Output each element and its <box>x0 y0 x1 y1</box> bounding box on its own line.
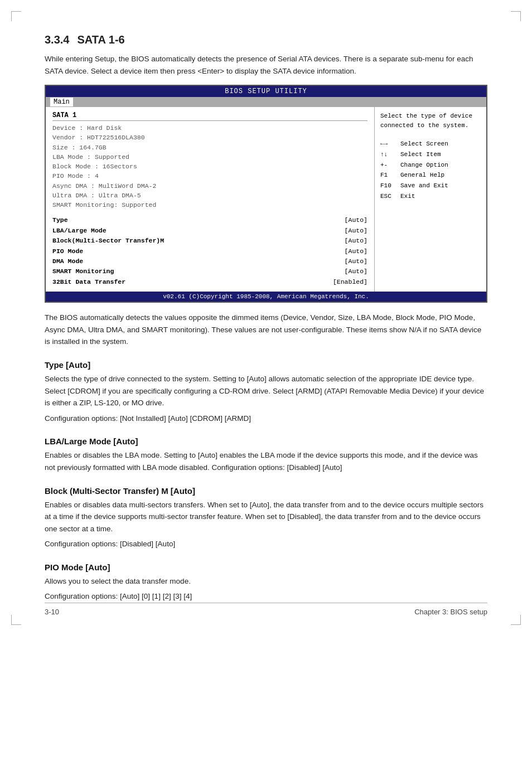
bios-info-line: SMART Monitoring: Supported <box>52 200 367 210</box>
bios-option-value: [Auto] <box>345 226 367 236</box>
bios-content: SATA 1 Device : Hard DiskVendor : HDT722… <box>46 107 486 292</box>
bios-option-label: Type <box>52 215 68 225</box>
bios-key-desc: Exit <box>400 191 415 202</box>
bios-option-value: [Auto] <box>345 236 367 246</box>
bios-info-line: Async DMA : MultiWord DMA-2 <box>52 181 367 191</box>
bios-box: BIOS SETUP UTILITY Main SATA 1 Device : … <box>45 85 487 303</box>
subsection-body: Selects the type of drive connected to t… <box>45 373 487 409</box>
subsection-title: Type [Auto] <box>45 360 487 370</box>
bios-key-sym: F1 <box>380 170 397 181</box>
bios-info-line: LBA Mode : Supported <box>52 152 367 162</box>
subsection-body: Allows you to select the data transfer m… <box>45 575 487 588</box>
bios-key-row: ESCExit <box>380 191 481 202</box>
bios-options-block: Type[Auto]LBA/Large Mode[Auto]Block(Mult… <box>52 215 367 287</box>
subsection-config: Configuration options: [Disabled] [Auto] <box>45 538 487 550</box>
bios-menu-main: Main <box>50 98 73 106</box>
bios-option-value: [Auto] <box>345 266 367 277</box>
bios-key-sym: F10 <box>380 181 397 191</box>
bios-option-label: LBA/Large Mode <box>52 226 107 236</box>
bios-right-panel: Select the type of device connected to t… <box>375 107 486 292</box>
bios-option-row: 32Bit Data Transfer[Enabled] <box>52 277 367 287</box>
bios-sata-header: SATA 1 <box>52 111 367 121</box>
bios-menu-bar: Main <box>46 97 486 107</box>
bios-help-text: Select the type of device connected to t… <box>380 111 481 130</box>
bios-option-value: [Auto] <box>345 246 367 256</box>
subsection-body: Enables or disables the LBA mode. Settin… <box>45 449 487 473</box>
bios-key-sym: ←→ <box>380 139 397 149</box>
bios-key-row: F10Save and Exit <box>380 181 481 191</box>
bios-option-label: 32Bit Data Transfer <box>52 277 125 287</box>
bios-option-row: Block(Multi-Sector Transfer)M[Auto] <box>52 236 367 246</box>
subsection-title: Block (Multi-Sector Transfer) M [Auto] <box>45 486 487 496</box>
subsection-title: PIO Mode [Auto] <box>45 562 487 572</box>
bios-key-row: ←→Select Screen <box>380 139 481 149</box>
bios-key-row: F1General Help <box>380 170 481 181</box>
bios-key-desc: Select Screen <box>400 139 448 149</box>
corner-mark-tr <box>511 11 521 21</box>
bios-key-desc: Select Item <box>400 149 441 160</box>
after-bios-text: The BIOS automatically detects the value… <box>45 312 487 348</box>
bios-option-label: PIO Mode <box>52 246 83 256</box>
section-name: SATA 1-6 <box>77 33 124 46</box>
bios-footer: v02.61 (C)Copyright 1985-2008, American … <box>46 292 486 302</box>
bios-info-block: Device : Hard DiskVendor : HDT722516DLA3… <box>52 123 367 210</box>
bios-option-row: LBA/Large Mode[Auto] <box>52 226 367 236</box>
bios-keys-block: ←→Select Screen↑↓Select Item+-Change Opt… <box>380 139 481 201</box>
bios-option-value: [Auto] <box>345 256 367 266</box>
bios-option-row: SMART Monitoring[Auto] <box>52 266 367 277</box>
subsection-body: Enables or disables data multi-sectors t… <box>45 499 487 535</box>
bios-option-row: PIO Mode[Auto] <box>52 246 367 256</box>
bios-info-line: Device : Hard Disk <box>52 123 367 133</box>
bios-option-row: Type[Auto] <box>52 215 367 225</box>
corner-mark-tl <box>11 11 21 21</box>
bios-key-sym: ESC <box>380 191 397 202</box>
bios-key-sym: +- <box>380 160 397 171</box>
bios-key-desc: Change Option <box>400 160 448 171</box>
bios-option-label: DMA Mode <box>52 256 83 266</box>
subsection-config: Configuration options: [Not Installed] [… <box>45 413 487 425</box>
corner-mark-bl <box>11 615 21 625</box>
bios-key-row: ↑↓Select Item <box>380 149 481 160</box>
bios-option-label: SMART Monitoring <box>52 266 114 277</box>
intro-text: While entering Setup, the BIOS automatic… <box>45 53 487 77</box>
bios-key-desc: Save and Exit <box>400 181 448 191</box>
footer-chapter: Chapter 3: BIOS setup <box>414 608 487 616</box>
footer-page-number: 3-10 <box>45 608 59 616</box>
subsection-config: Configuration options: [Auto] [0] [1] [2… <box>45 590 487 603</box>
subsection-title: LBA/Large Mode [Auto] <box>45 437 487 446</box>
corner-mark-br <box>511 615 521 625</box>
bios-key-row: +-Change Option <box>380 160 481 171</box>
section-title: 3.3.4 SATA 1-6 <box>45 33 487 46</box>
bios-info-line: Block Mode : 16Sectors <box>52 162 367 171</box>
bios-option-value: [Enabled] <box>333 277 367 287</box>
bios-info-line: Size : 164.7GB <box>52 143 367 152</box>
bios-option-row: DMA Mode[Auto] <box>52 256 367 266</box>
bios-option-label: Block(Multi-Sector Transfer)M <box>52 236 164 246</box>
section-number: 3.3.4 <box>45 33 69 46</box>
bios-key-desc: General Help <box>400 170 444 181</box>
subsections-container: Type [Auto]Selects the type of drive con… <box>45 360 487 603</box>
bios-key-sym: ↑↓ <box>380 149 397 160</box>
bios-info-line: Ultra DMA : Ultra DMA-5 <box>52 191 367 200</box>
bios-info-line: PIO Mode : 4 <box>52 171 367 181</box>
bios-info-line: Vendor : HDT722516DLA380 <box>52 133 367 142</box>
page-footer: 3-10 Chapter 3: BIOS setup <box>45 603 487 616</box>
bios-left-panel: SATA 1 Device : Hard DiskVendor : HDT722… <box>46 107 375 292</box>
bios-title-bar: BIOS SETUP UTILITY <box>46 86 486 97</box>
bios-option-value: [Auto] <box>345 215 367 225</box>
